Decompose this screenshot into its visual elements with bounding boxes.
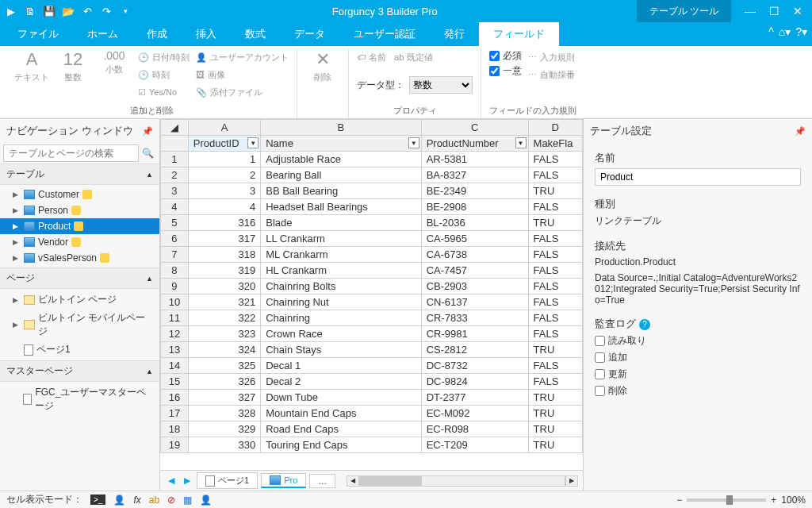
status-icon[interactable]: ⊘ [167,495,175,506]
tab-ファイル[interactable]: ファイル [3,22,73,46]
dec-field-button[interactable]: .000小数 [97,49,132,75]
input-rule-button[interactable]: ⋯ 入力規則 [528,49,575,65]
col-letter[interactable]: A [188,120,260,136]
open-icon[interactable]: 📂 [60,3,76,19]
sheet-tab-product[interactable]: Pro [261,473,306,488]
new-icon[interactable]: 🗎 [22,3,38,19]
datatype-select[interactable]: 整数 [409,76,473,94]
help-icon[interactable]: ?▾ [795,25,807,38]
pin-icon[interactable]: 📌 [795,126,806,137]
image-field-button[interactable]: 🖼 画像 [196,67,289,83]
unique-checkbox[interactable]: 一意 [489,64,522,78]
search-icon[interactable]: 🔍 [139,144,156,162]
prop-name-button[interactable]: 🏷 名前 [357,49,386,65]
sheet-nav-next[interactable]: ▶ [181,475,193,486]
select-all-cell[interactable]: ◢ [161,120,189,136]
collapse-icon[interactable]: ▲ [146,275,153,283]
section-tables[interactable]: テーブル [6,167,44,181]
prop-name-input[interactable] [595,168,801,186]
tab-ユーザー認証[interactable]: ユーザー認証 [339,22,430,46]
table-row[interactable]: 9320Chainring BoltsCB-2903FALS [161,279,583,294]
data-grid[interactable]: ◢ABCDProductID▼Name▼ProductNumber▼MakeFl… [160,119,583,453]
delete-button[interactable]: ✕削除 [305,49,340,83]
section-pages[interactable]: ページ [6,271,35,285]
minimize-button[interactable]: — [739,3,761,19]
page-item[interactable]: ページ1 [0,341,159,359]
table-row[interactable]: 15326Decal 2DC-9824FALS [161,374,583,390]
filter-icon[interactable]: ▼ [247,137,259,148]
tab-ホーム[interactable]: ホーム [73,22,132,46]
horizontal-scrollbar[interactable]: ◀▶ [347,475,578,487]
required-checkbox[interactable]: 必須 [489,49,522,63]
status-icon[interactable]: ▦ [183,495,192,506]
sheet-tab-more[interactable]: … [309,474,335,488]
maximize-button[interactable]: ☐ [763,3,785,19]
table-row[interactable]: 22Bearing BallBA-8327FALS [161,167,583,183]
table-row[interactable]: 17328Mountain End CapsEC-M092TRU [161,406,583,421]
filter-icon[interactable]: ▼ [515,137,527,148]
redo-icon[interactable]: ↷ [98,3,114,19]
col-header-ProductID[interactable]: ProductID▼ [188,136,260,152]
col-letter[interactable]: B [261,120,421,136]
yesno-field-button[interactable]: ☑ Yes/No [138,84,190,100]
status-icon[interactable]: fx [133,495,140,506]
table-row[interactable]: 18329Road End CapsEC-R098TRU [161,421,583,437]
prop-default-button[interactable]: ab 既定値 [394,49,433,65]
undo-icon[interactable]: ↶ [79,3,95,19]
datetime-field-button[interactable]: 🕒 日付/時刻 [138,49,190,65]
section-master[interactable]: マスターページ [6,364,73,378]
tab-挿入[interactable]: 挿入 [182,22,231,46]
audit-checkbox[interactable]: 追加 [595,351,801,364]
tab-発行[interactable]: 発行 [430,22,479,46]
table-row[interactable]: 14325Decal 1DC-8732FALS [161,358,583,374]
table-item-vsalesperson[interactable]: ▶vSalesPerson [0,250,159,266]
zoom-control[interactable]: −+ 100% [676,495,806,506]
tab-数式[interactable]: 数式 [231,22,280,46]
user-field-button[interactable]: 👤 ユーザーアカウント [196,49,289,65]
status-icon[interactable]: 👤 [113,495,125,506]
collapse-icon[interactable]: ▲ [146,368,153,375]
sheet-tab-page1[interactable]: ページ1 [197,472,258,489]
col-header-Name[interactable]: Name▼ [261,136,421,152]
tab-作成[interactable]: 作成 [132,22,182,46]
attach-field-button[interactable]: 📎 添付ファイル [196,84,289,100]
table-row[interactable]: 12323Crown RaceCR-9981FALS [161,326,583,342]
table-row[interactable]: 11322ChainringCR-7833FALS [161,310,583,326]
col-letter[interactable]: D [528,120,582,136]
collapse-icon[interactable]: ▲ [146,171,153,179]
master-page-item[interactable]: FGC_ユーザーマスターページ [0,383,159,415]
table-row[interactable]: 8319HL CrankarmCA-7457FALS [161,263,583,279]
table-item-vendor[interactable]: ▶Vendor [0,234,159,250]
status-icon[interactable]: ab [149,495,159,506]
filter-icon[interactable]: ▼ [408,137,419,148]
table-row[interactable]: 13324Chain StaysCS-2812TRU [161,342,583,358]
save-icon[interactable]: 💾 [41,3,57,19]
autonum-button[interactable]: ⋯ 自動採番 [528,67,575,83]
audit-checkbox[interactable]: 読み取り [595,334,801,348]
audit-checkbox[interactable]: 更新 [595,368,801,381]
int-field-button[interactable]: 12整数 [56,49,90,83]
tab-データ[interactable]: データ [280,22,339,46]
status-icon[interactable]: 👤 [200,495,212,506]
audit-checkbox[interactable]: 削除 [595,384,801,398]
pin-icon[interactable]: 📌 [142,126,153,137]
sheet-nav-prev[interactable]: ◀ [165,475,178,486]
table-item-product[interactable]: ▶Product [0,218,159,234]
col-header-MakeFla[interactable]: MakeFla [528,136,582,152]
qat-more-icon[interactable]: ▾ [117,3,133,19]
time-field-button[interactable]: 🕒 時刻 [138,67,190,83]
home-icon[interactable]: ⌂▾ [779,25,791,38]
table-row[interactable]: 44Headset Ball BearingsBE-2908FALS [161,199,583,215]
table-row[interactable]: 33BB Ball BearingBE-2349TRU [161,183,583,199]
text-field-button[interactable]: Aテキスト [14,49,49,83]
nav-search-input[interactable] [3,144,139,162]
folder-item[interactable]: ▶ビルトイン ページ [0,291,159,309]
run-icon[interactable]: ▶ [3,3,19,19]
folder-item[interactable]: ▶ビルトイン モバイルページ [0,309,159,341]
table-row[interactable]: 19330Touring End CapsEC-T209TRU [161,437,583,453]
close-button[interactable]: ✕ [787,3,809,19]
table-row[interactable]: 10321Chainring NutCN-6137FALS [161,294,583,310]
col-letter[interactable]: C [421,120,528,136]
table-row[interactable]: 7318ML CrankarmCA-6738FALS [161,247,583,263]
tab-フィールド[interactable]: フィールド [479,22,559,46]
